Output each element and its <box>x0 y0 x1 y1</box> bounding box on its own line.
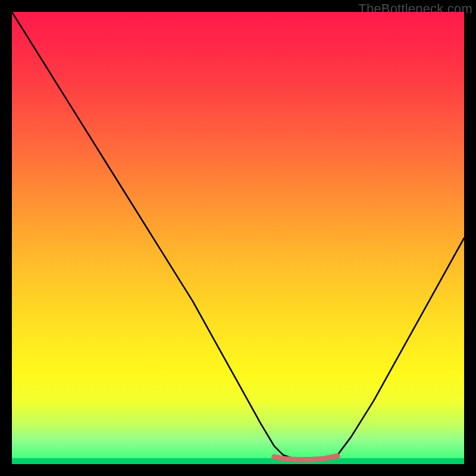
optimal-band <box>12 458 464 464</box>
bottleneck-curve <box>12 12 464 459</box>
chart-frame: TheBottleneck.com <box>0 0 476 476</box>
plot-area <box>12 12 464 464</box>
chart-overlay <box>12 12 464 464</box>
